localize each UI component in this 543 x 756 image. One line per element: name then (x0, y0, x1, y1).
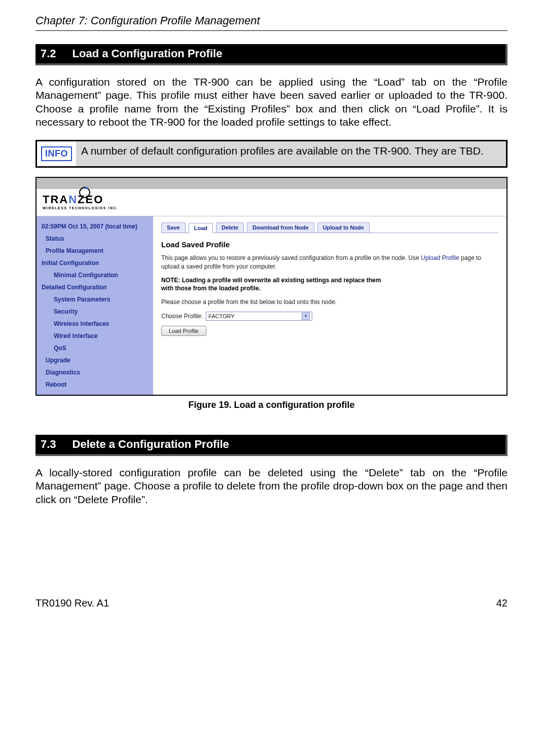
choose-profile-select[interactable]: FACTORY ▾ (206, 312, 312, 321)
section-7-2-bar: 7.2 Load a Configuration Profile (35, 44, 508, 65)
section-number: 7.2 (41, 47, 56, 60)
sidebar-item-diagnostics[interactable]: Diagnostics (37, 366, 153, 379)
sidebar-item-system-parameters[interactable]: System Parameters (37, 293, 153, 306)
sidebar-item-security[interactable]: Security (37, 306, 153, 318)
tranzeo-logo: TRANZEO WIRELESS TECHNOLOGIES INC. (43, 193, 118, 210)
info-badge-cell: INFO (37, 141, 76, 166)
sidebar-item-qos[interactable]: QoS (37, 342, 153, 354)
logo-subtitle: WIRELESS TECHNOLOGIES INC. (43, 206, 118, 210)
info-badge: INFO (41, 146, 72, 161)
logo-text-n: N (68, 193, 78, 206)
figure-body: 02:59PM Oct 15, 2007 (local time) Status… (37, 216, 506, 395)
section-number: 7.3 (41, 438, 56, 451)
sidebar-item-status[interactable]: Status (37, 233, 153, 245)
panel-p1a: This page allows you to restore a previo… (161, 254, 421, 261)
panel-heading: Load Saved Profile (161, 240, 498, 249)
sidebar-time: 02:59PM Oct 15, 2007 (local time) (37, 220, 153, 233)
logo-text-1: TRA (43, 193, 68, 206)
figure-19: TRANZEO WIRELESS TECHNOLOGIES INC. 02:59… (35, 177, 508, 396)
chevron-down-icon: ▾ (302, 313, 310, 320)
tab-load[interactable]: Load (189, 223, 213, 233)
sidebar-item-profile-management[interactable]: Profile Management (37, 245, 153, 257)
section-7-2-body: A configuration stored on the TR-900 can… (35, 75, 508, 129)
sidebar-item-upgrade[interactable]: Upgrade (37, 354, 153, 366)
sidebar-item-initial-config[interactable]: Initial Configuration (37, 257, 153, 269)
upload-profile-link[interactable]: Upload Profile (421, 254, 459, 261)
choose-profile-label: Choose Profile: (161, 313, 203, 320)
header-rule (35, 30, 508, 31)
choose-profile-row: Choose Profile: FACTORY ▾ (161, 312, 498, 321)
logo-row: TRANZEO WIRELESS TECHNOLOGIES INC. (37, 189, 506, 216)
figure-caption: Figure 19. Load a configuration profile (35, 400, 508, 410)
footer-right: 42 (496, 597, 508, 609)
sidebar-item-minimal-config[interactable]: Minimal Configuration (37, 269, 153, 281)
tab-upload[interactable]: Upload to Node (317, 222, 370, 233)
section-7-3-body: A locally-stored configuration profile c… (35, 466, 508, 506)
load-profile-button[interactable]: Load Profile (161, 326, 206, 336)
window-titlebar (37, 178, 506, 189)
section-title: Load a Configuration Profile (73, 47, 223, 60)
main-panel: Save Load Delete Download from Node Uplo… (153, 216, 506, 395)
footer-left: TR0190 Rev. A1 (35, 597, 109, 609)
sidebar-item-wireless-interfaces[interactable]: Wireless Interfaces (37, 318, 153, 330)
logo-swirl-icon (79, 187, 90, 198)
nav-sidebar: 02:59PM Oct 15, 2007 (local time) Status… (37, 216, 153, 395)
tab-bar: Save Load Delete Download from Node Uplo… (161, 222, 498, 233)
panel-p2: Please choose a profile from the list be… (161, 298, 498, 307)
tab-delete[interactable]: Delete (216, 222, 244, 233)
tab-save[interactable]: Save (161, 222, 186, 233)
section-7-3-bar: 7.3 Delete a Configuration Profile (35, 435, 508, 456)
section-title: Delete a Configuration Profile (73, 438, 229, 451)
chapter-header: Chapter 7: Configuration Profile Managem… (35, 14, 508, 30)
choose-profile-value: FACTORY (208, 313, 235, 319)
tab-download[interactable]: Download from Node (247, 222, 314, 233)
sidebar-item-reboot[interactable]: Reboot (37, 379, 153, 391)
panel-note: NOTE: Loading a profile will overwrite a… (161, 276, 384, 293)
info-text: A number of default configuration profil… (76, 141, 506, 166)
sidebar-item-wired-interface[interactable]: Wired Interface (37, 330, 153, 342)
sidebar-item-detailed-config[interactable]: Detailed Configuration (37, 281, 153, 293)
page-footer: TR0190 Rev. A1 42 (35, 597, 508, 609)
info-callout: INFO A number of default configuration p… (35, 140, 508, 168)
panel-p1: This page allows you to restore a previo… (161, 254, 498, 271)
